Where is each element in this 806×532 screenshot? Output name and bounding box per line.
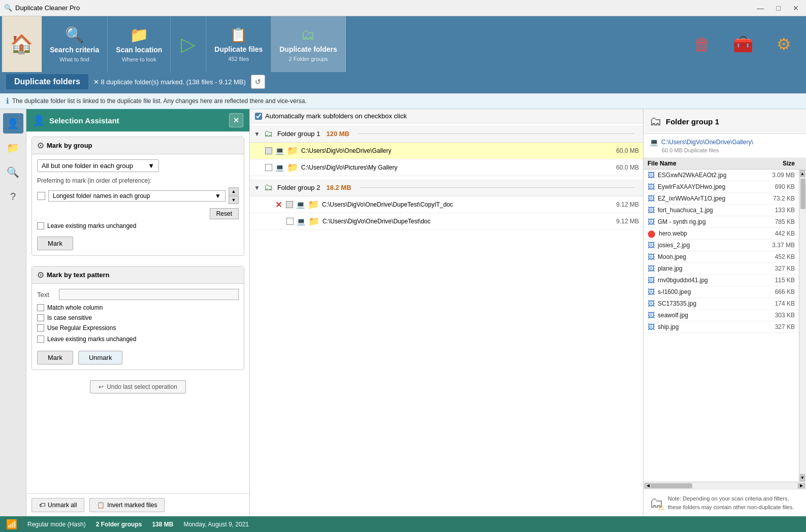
text-field-label: Text <box>37 291 55 298</box>
sidebar-folder-info-btn[interactable]: 📁 <box>3 138 23 158</box>
folder-pc-2-icon: 💻 <box>275 163 284 172</box>
folder-group-1-header[interactable]: ▼ 🗂 Folder group 1 120 MB <box>250 125 643 143</box>
text-pattern-body: Text Match whole column Is case sensitiv… <box>32 284 244 370</box>
group-1-line <box>358 134 635 134</box>
file-icon: 🖼 <box>648 311 655 319</box>
help-icon: ? <box>10 191 16 203</box>
regex-checkbox[interactable] <box>37 324 44 331</box>
case-sensitive-checkbox[interactable] <box>37 314 44 321</box>
folder-2-2-pc-icon: 💻 <box>297 217 305 225</box>
note-text: Note: Depending on your scan criteria an… <box>668 494 800 511</box>
file-list-hscroll[interactable]: ◀ ▶ <box>643 482 806 489</box>
file-icon: 🖼 <box>648 253 655 261</box>
toolbar-settings-btn[interactable]: ⚙ <box>763 16 804 72</box>
leave-existing-text-checkbox[interactable] <box>37 336 44 343</box>
file-item: ⬤hero.webp442 KB <box>643 228 799 240</box>
toolbar-toolbox-btn[interactable]: 🧰 <box>723 16 763 72</box>
file-item: 🖼s-l1600.jpeg666 KB <box>643 286 799 298</box>
pref-down-btn[interactable]: ▼ <box>229 196 239 204</box>
pref-up-btn[interactable]: ▲ <box>229 187 239 195</box>
mark-by-group-btn[interactable]: Mark <box>37 237 73 250</box>
hscroll-left-btn[interactable]: ◀ <box>644 483 652 488</box>
scroll-down-btn[interactable]: ▼ <box>800 474 805 481</box>
mark-by-text-header[interactable]: ⊙ Mark by text pattern <box>32 267 244 284</box>
folder-item[interactable]: 💻 📁 C:\Users\DigVo\OneDrive\Gallery 60.0… <box>250 143 643 159</box>
dup-files-sub: 452 files <box>228 56 249 62</box>
sidebar-person-btn[interactable]: 👤 <box>3 113 23 134</box>
mark-by-group-section: ⊙ Mark by group All but one folder in ea… <box>31 137 244 256</box>
sidebar-search-btn[interactable]: 🔍 <box>3 162 23 182</box>
mark-by-group-header[interactable]: ⊙ Mark by group <box>32 137 244 154</box>
reset-btn[interactable]: Reset <box>210 208 239 219</box>
match-whole-col-row: Match whole column <box>37 304 239 311</box>
sidebar-help-btn[interactable]: ? <box>3 186 23 207</box>
title-bar-left: 🔍 Duplicate Cleaner Pro <box>4 4 80 12</box>
group-section-toggle-icon: ⊙ <box>37 141 44 150</box>
folder-item[interactable]: 💻 📁 C:\Users\DigVo\Pictures\My Gallery 6… <box>250 159 643 176</box>
regex-row: Use Regular Expressions <box>37 324 239 331</box>
settings-icon: ⚙ <box>777 35 791 54</box>
scan-location-sub: Where to look <box>122 56 156 62</box>
file-list-vscroll[interactable]: ▲ ▼ <box>799 170 806 482</box>
scroll-up-btn[interactable]: ▲ <box>800 170 805 177</box>
toolbar-trash-btn[interactable]: 🗑 <box>682 16 723 72</box>
group-dropdown[interactable]: All but one folder in each group ▼ <box>37 159 159 172</box>
toolbar-dupfolders-btn[interactable]: 🗂 Duplicate folders 2 Folder groups <box>271 16 346 72</box>
pref-checkbox[interactable] <box>37 192 45 200</box>
auto-mark-checkbox[interactable] <box>255 113 262 120</box>
dup-folders-sub: 2 Folder groups <box>289 56 328 62</box>
file-icon: 🖼 <box>648 206 655 214</box>
match-whole-col-checkbox[interactable] <box>37 304 44 311</box>
folder-1-2-checkbox[interactable] <box>265 164 272 171</box>
right-panel-folder-icon: 🗂 <box>650 114 662 128</box>
folder-1-2-path: C:\Users\DigVo\Pictures\My Gallery <box>301 164 397 171</box>
path-pc-icon: 💻 <box>650 138 658 146</box>
maximize-btn[interactable]: □ <box>773 3 784 13</box>
leave-existing-row: Leave existing marks unchanged <box>37 222 239 229</box>
close-btn[interactable]: ✕ <box>790 3 802 13</box>
leave-existing-checkbox[interactable] <box>37 222 44 229</box>
toolbar-scan-btn[interactable]: 📁 Scan location Where to look <box>108 16 171 72</box>
case-sensitive-row: Is case sensitive <box>37 314 239 321</box>
folder-2-2-size: 9.12 MB <box>603 218 639 225</box>
file-name: GM - synth rig.jpg <box>658 218 756 225</box>
play-icon: ▷ <box>181 33 196 55</box>
file-list-scroll[interactable]: 🖼ESGxwN2WkAEAOt2.jpg3.09 MB 🖼EywlrFaXAAY… <box>643 170 799 482</box>
hscroll-thumb[interactable] <box>652 483 692 488</box>
group-2-line <box>360 187 635 188</box>
dup-folders-icon: 🗂 <box>301 26 315 43</box>
vscroll-thumb[interactable] <box>800 179 805 209</box>
file-name: seawolf.jpg <box>658 312 756 319</box>
toolbar-home-btn[interactable]: 🏠 <box>2 16 42 72</box>
folder-2-1-checkbox[interactable] <box>286 201 293 208</box>
undo-btn[interactable]: ↩ Undo last select operation <box>90 380 186 393</box>
file-item: 🖼rnv0bguddxt41.jpg115 KB <box>643 275 799 286</box>
toolbar-dupfiles-btn[interactable]: 📋 Duplicate files 452 files <box>206 16 271 72</box>
folder-group-1-name: Folder group 1 <box>277 130 320 138</box>
toolbar-play-btn[interactable]: ▷ <box>171 16 206 72</box>
invert-marked-btn[interactable]: 📋 Invert marked files <box>89 498 165 512</box>
window-controls[interactable]: — □ ✕ <box>754 3 802 13</box>
refresh-btn[interactable]: ↺ <box>251 75 265 89</box>
unmark-by-text-btn[interactable]: Unmark <box>78 351 123 364</box>
panel-close-btn[interactable]: ✕ <box>229 113 243 127</box>
text-field-input[interactable] <box>59 289 239 300</box>
unmark-all-btn[interactable]: 🏷 Unmark all <box>31 498 84 512</box>
folder-item[interactable]: ✕ 💻 📁 C:\Users\DigVo\OneDrive\DupeTest\C… <box>250 196 643 213</box>
file-size: 690 KB <box>759 183 795 190</box>
folder-2-2-checkbox[interactable] <box>286 218 294 225</box>
mark-by-text-btn[interactable]: Mark <box>37 351 73 364</box>
hscroll-right-btn[interactable]: ▶ <box>798 483 805 488</box>
file-size: 174 KB <box>759 300 795 307</box>
folder-1-1-checkbox[interactable] <box>265 147 272 154</box>
folder-group-2-header[interactable]: ▼ 🗂 Folder group 2 18.2 MB <box>250 179 643 196</box>
group-dropdown-value: All but one folder in each group <box>42 162 133 170</box>
minimize-btn[interactable]: — <box>754 3 767 13</box>
assistant-icon: 👤 <box>33 114 45 126</box>
toolbar-search-btn[interactable]: 🔍 Search criteria What to find <box>42 16 108 72</box>
pref-dropdown[interactable]: Longest folder names in each group ▼ <box>48 190 225 202</box>
group-2-collapse-icon: ▼ <box>254 184 260 191</box>
folder-1-1-icon: 📁 <box>287 145 298 156</box>
folder-item[interactable]: 💻 📁 C:\Users\DigVo\OneDrive\DupeTest\doc… <box>250 213 643 230</box>
file-size: 666 KB <box>759 288 795 295</box>
